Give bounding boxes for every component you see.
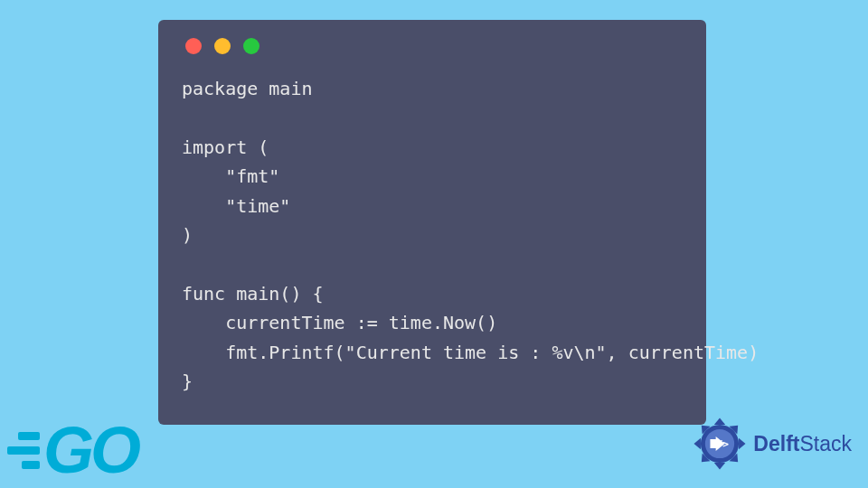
delftstack-logo: </> DelftStack xyxy=(692,416,852,472)
delft-rest: Stack xyxy=(799,432,852,455)
svg-marker-0 xyxy=(714,418,725,424)
go-logo-text: GO xyxy=(43,418,137,483)
delftstack-gear-icon: </> xyxy=(692,416,748,472)
delft-bold: Delft xyxy=(753,432,799,455)
svg-text:</>: </> xyxy=(711,438,729,450)
maximize-icon[interactable] xyxy=(243,38,259,54)
go-speed-lines-icon xyxy=(7,432,40,469)
svg-marker-6 xyxy=(694,438,701,449)
delftstack-text: DelftStack xyxy=(753,432,852,456)
go-logo: GO xyxy=(7,418,137,483)
svg-marker-4 xyxy=(714,463,725,469)
code-block: package main import ( "fmt" "time" ) fun… xyxy=(182,74,683,396)
close-icon[interactable] xyxy=(185,38,202,54)
minimize-icon[interactable] xyxy=(214,38,231,54)
svg-marker-2 xyxy=(739,438,745,449)
window-controls xyxy=(182,38,683,54)
code-window: package main import ( "fmt" "time" ) fun… xyxy=(158,20,706,425)
